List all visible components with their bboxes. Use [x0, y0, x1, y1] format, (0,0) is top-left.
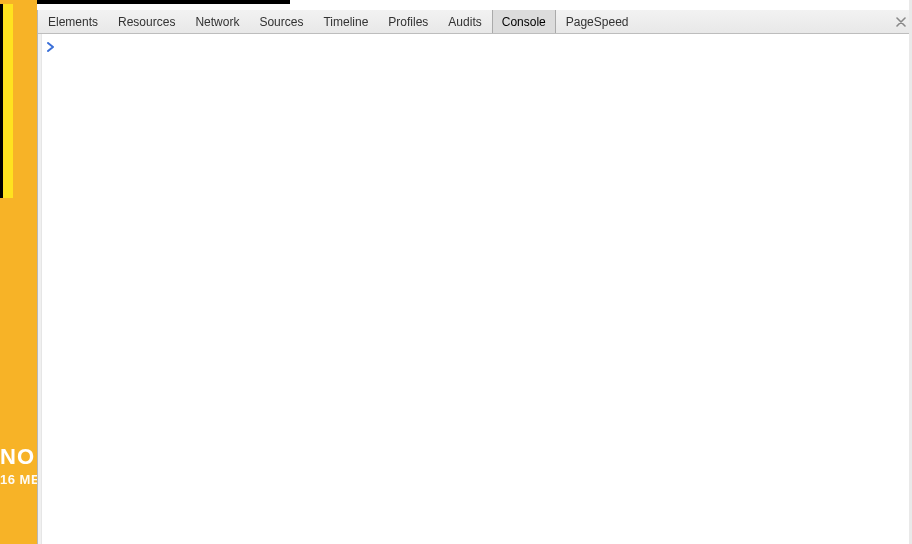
tab-label: Timeline — [323, 15, 368, 29]
tab-label: Resources — [118, 15, 175, 29]
tab-profiles[interactable]: Profiles — [378, 10, 438, 33]
tab-label: Sources — [259, 15, 303, 29]
close-icon — [896, 14, 906, 30]
tab-label: Audits — [448, 15, 481, 29]
devtools-panel: Elements Resources Network Sources Timel… — [37, 10, 912, 544]
tab-label: Console — [502, 15, 546, 29]
console-gutter — [38, 34, 42, 544]
tab-pagespeed[interactable]: PageSpeed — [556, 10, 639, 33]
page-text-fragment-2: 16 ME — [0, 472, 40, 487]
page-accent-bar — [0, 4, 13, 198]
tab-label: Elements — [48, 15, 98, 29]
console-prompt-row — [47, 40, 906, 53]
console-input[interactable] — [61, 40, 906, 53]
tab-elements[interactable]: Elements — [38, 10, 108, 33]
devtools-tabbar: Elements Resources Network Sources Timel… — [38, 10, 912, 34]
tab-sources[interactable]: Sources — [249, 10, 313, 33]
browser-address-bar-fragment — [0, 0, 290, 4]
tab-console[interactable]: Console — [492, 10, 556, 33]
tab-timeline[interactable]: Timeline — [313, 10, 378, 33]
tab-label: PageSpeed — [566, 15, 629, 29]
page-background-strip: NO 16 ME — [0, 0, 37, 544]
tab-label: Profiles — [388, 15, 428, 29]
console-prompt-icon — [47, 42, 55, 52]
tab-resources[interactable]: Resources — [108, 10, 185, 33]
tab-network[interactable]: Network — [185, 10, 249, 33]
tab-audits[interactable]: Audits — [438, 10, 491, 33]
page-text-fragment-1: NO — [0, 444, 35, 470]
console-body — [38, 34, 912, 544]
tab-label: Network — [195, 15, 239, 29]
tabbar-spacer — [638, 10, 890, 33]
